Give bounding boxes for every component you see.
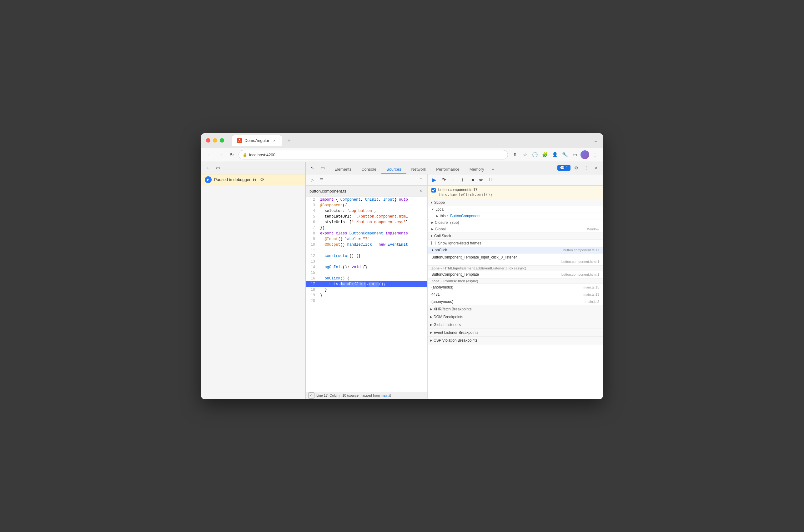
close-window-button[interactable] xyxy=(206,138,210,142)
global-listeners-section: ▶ Global Listeners xyxy=(428,321,603,329)
more-button[interactable]: ⋮ xyxy=(591,150,599,159)
tab-performance[interactable]: Performance xyxy=(431,165,464,174)
format-button[interactable]: {} xyxy=(308,392,314,399)
sidebar-button[interactable]: ▭ xyxy=(571,150,579,159)
code-editor[interactable]: 2 import { Component, OnInit, Input} out… xyxy=(306,197,427,392)
call-stack-section-header[interactable]: ▼ Call Stack xyxy=(428,232,603,240)
local-section-row[interactable]: ▼ Local xyxy=(428,206,603,213)
csp-violation-label: CSP Violation Breakpoints xyxy=(434,338,477,343)
global-section-row[interactable]: ▶ Global Window xyxy=(428,226,603,232)
minimize-window-button[interactable] xyxy=(213,138,217,142)
show-ignored-checkbox[interactable] xyxy=(432,241,436,245)
breakpoint-code: this.handleClick.emit(); xyxy=(438,193,492,197)
settings-button[interactable]: ⚙ xyxy=(572,164,580,172)
tab-memory[interactable]: Memory xyxy=(464,165,489,174)
call-stack-frame-4431[interactable]: 4431 main.ts:13 xyxy=(428,291,603,298)
share-button[interactable]: ⬆ xyxy=(511,150,519,159)
closure-triangle: ▶ xyxy=(432,221,434,224)
scope-section-header[interactable]: ▼ Scope xyxy=(428,199,603,206)
file-tab[interactable]: button.component.ts × xyxy=(306,186,427,197)
zone-separator-2: Zone – Promise.then (async) xyxy=(428,278,603,284)
code-line-18: 18 } xyxy=(306,287,427,292)
address-bar[interactable]: 🔒 localhost:4200 xyxy=(238,150,508,159)
close-devtools-button[interactable]: × xyxy=(592,164,600,172)
frame-anon1-location: main.ts:15 xyxy=(583,285,599,289)
open-file-button[interactable]: ▷ xyxy=(308,176,317,184)
tab-elements[interactable]: Elements xyxy=(329,165,356,174)
maximize-window-button[interactable] xyxy=(220,138,224,142)
step-over-button[interactable]: ↷ xyxy=(440,176,448,184)
code-line-11: 11 xyxy=(306,248,427,253)
traffic-lights xyxy=(206,138,224,142)
this-row[interactable]: ▶ this : ButtonComponent xyxy=(428,213,603,220)
more-tabs-button[interactable]: » xyxy=(489,165,497,174)
closure-section-row[interactable]: ▶ Closure (355) xyxy=(428,220,603,226)
tab-title: DemoAngular xyxy=(245,138,269,143)
breakpoint-header: button.component.ts:17 this.handleClick.… xyxy=(428,186,603,199)
global-listeners-header[interactable]: ▶ Global Listeners xyxy=(428,321,603,328)
call-stack-frame-template2[interactable]: ButtonComponent_Template button.componen… xyxy=(428,271,603,278)
resume-button[interactable]: ▶ xyxy=(205,176,212,183)
sources-toolbar: ▷ ☰ ⤴ xyxy=(306,174,427,186)
frame-4431-name: 4431 xyxy=(432,292,440,297)
step-into-button[interactable]: ↓ xyxy=(449,176,457,184)
back-button[interactable]: ← xyxy=(205,150,213,159)
global-title: Global xyxy=(435,227,446,231)
call-stack-frame-anon2[interactable]: (anonymous) main.js:2 xyxy=(428,298,603,305)
code-line-14: 14 ngOnInit(): void {} xyxy=(306,264,427,270)
tab-console[interactable]: Console xyxy=(356,165,381,174)
tab-sources[interactable]: Sources xyxy=(381,165,406,174)
cursor-tool-button[interactable]: ↖ xyxy=(308,164,317,172)
tab-close-button[interactable]: × xyxy=(272,138,277,143)
tab-network[interactable]: Network xyxy=(406,165,432,174)
profile-button[interactable]: 👤 xyxy=(551,150,559,159)
paused-text: Paused in debugger xyxy=(214,177,250,182)
xhr-breakpoints-header[interactable]: ▶ XHR/fetch Breakpoints xyxy=(428,305,603,313)
call-stack-frame-template[interactable]: ButtonComponent_Template_input_click_0_l… xyxy=(428,254,603,265)
call-stack-frame-onclick[interactable]: ● onClick button.component.ts:17 xyxy=(428,247,603,254)
source-map-link[interactable]: main.j xyxy=(381,394,390,397)
file-name: button.component.ts xyxy=(309,189,346,193)
reload-button[interactable]: ↻ xyxy=(227,150,236,159)
new-tab-button[interactable]: + xyxy=(285,136,293,145)
device-toggle-button[interactable]: ▭ xyxy=(213,164,222,172)
file-tree-button[interactable]: ☰ xyxy=(318,176,326,184)
history-button[interactable]: 🕐 xyxy=(531,150,539,159)
code-line-17: 17 this.handleClick.emit(); xyxy=(306,281,427,287)
event-listener-breakpoints-header[interactable]: ▶ Event Listener Breakpoints xyxy=(428,329,603,336)
call-stack-frame-anon1[interactable]: (anonymous) main.ts:15 xyxy=(428,284,603,291)
dom-breakpoints-label: DOM Breakpoints xyxy=(434,315,463,319)
title-bar: A DemoAngular × + ⌄ xyxy=(201,133,603,148)
csp-violation-header[interactable]: ▶ CSP Violation Breakpoints xyxy=(428,337,603,344)
deactivate-breakpoints-button[interactable]: ✏ xyxy=(477,176,485,184)
frame-onclick-name: ● onClick xyxy=(432,248,447,252)
forward-button[interactable]: → xyxy=(216,150,225,159)
frame-onclick-location: button.component.ts:17 xyxy=(563,248,599,252)
active-tab[interactable]: A DemoAngular × xyxy=(232,135,282,146)
close-file-tab-button[interactable]: × xyxy=(418,188,424,194)
global-triangle: ▶ xyxy=(432,228,434,231)
csp-triangle: ▶ xyxy=(430,339,432,342)
extensions-button[interactable]: 🧩 xyxy=(540,150,549,159)
closure-count: (355) xyxy=(450,220,459,225)
breakpoint-checkbox[interactable] xyxy=(432,188,436,193)
extensions2-button[interactable]: 🔧 xyxy=(560,150,569,159)
step-out-button[interactable]: ↑ xyxy=(458,176,466,184)
notification-button[interactable]: 💬 1 xyxy=(557,165,571,171)
step-over-icon[interactable]: ⏭ xyxy=(253,177,258,183)
pause-exceptions-button[interactable]: ⏸ xyxy=(486,176,495,184)
bookmark-button[interactable]: ☆ xyxy=(520,150,529,159)
step-button[interactable]: ⇥ xyxy=(468,176,476,184)
resume-execution-button[interactable]: ▶ xyxy=(430,176,438,184)
window-chevron[interactable]: ⌄ xyxy=(593,137,598,144)
dom-breakpoints-header[interactable]: ▶ DOM Breakpoints xyxy=(428,313,603,321)
add-panel-button[interactable]: + xyxy=(204,164,212,172)
profile-avatar[interactable] xyxy=(580,150,589,159)
navigate-button[interactable]: ⤴ xyxy=(417,176,425,184)
event-listener-breakpoints-section: ▶ Event Listener Breakpoints xyxy=(428,329,603,337)
device-tool-button[interactable]: ▭ xyxy=(318,164,327,172)
step-over2-icon[interactable]: ⟳ xyxy=(261,177,265,183)
more-devtools-button[interactable]: ⋮ xyxy=(582,164,591,172)
code-line-9: 9 @Input() label = "?" xyxy=(306,236,427,242)
debug-content: button.component.ts:17 this.handleClick.… xyxy=(428,186,603,399)
